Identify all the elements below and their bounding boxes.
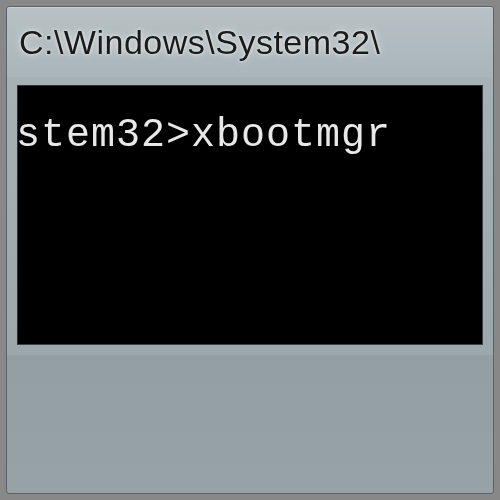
- terminal-line: stem32>xbootmgr: [18, 112, 482, 160]
- window-lower-area: [7, 355, 493, 494]
- screenshot-frame: : C:\Windows\System32\ stem32>xbootmgr: [0, 0, 500, 500]
- title-bar[interactable]: : C:\Windows\System32\: [7, 7, 493, 77]
- console-border: stem32>xbootmgr: [17, 85, 483, 345]
- window-chrome: : C:\Windows\System32\ stem32>xbootmgr: [6, 6, 494, 494]
- window-title: : C:\Windows\System32\: [6, 23, 380, 62]
- terminal-viewport[interactable]: stem32>xbootmgr: [18, 86, 482, 344]
